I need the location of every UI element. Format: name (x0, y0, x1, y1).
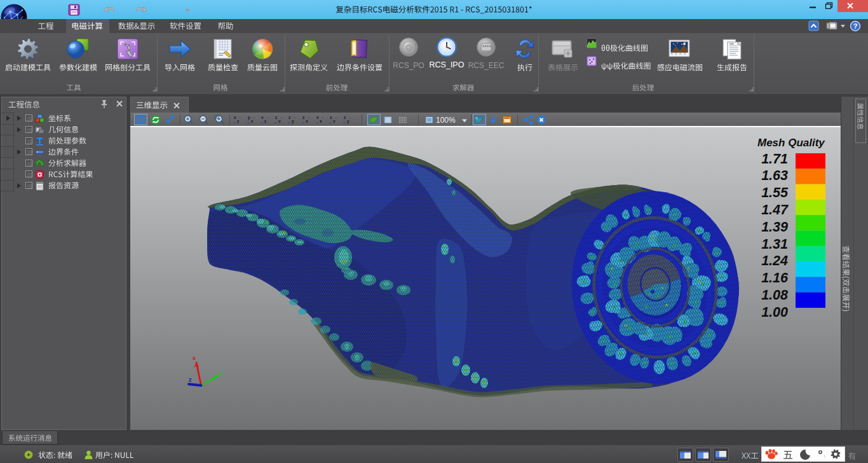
svg-text:x: x (234, 115, 236, 120)
svg-text:z: z (275, 115, 278, 120)
svg-text:x: x (320, 119, 322, 123)
svg-text:v: v (261, 115, 264, 120)
svg-text:1.08: 1.08 (761, 287, 788, 303)
svg-text:z: z (237, 119, 240, 123)
svg-text:1.31: 1.31 (761, 237, 788, 252)
svg-text:Mesh Quality: Mesh Quality (757, 137, 825, 149)
svg-text:v: v (316, 115, 319, 120)
svg-text:z: z (302, 115, 305, 120)
svg-text:z: z (344, 115, 346, 120)
svg-text:v: v (333, 119, 336, 123)
svg-text:1.00: 1.00 (761, 305, 788, 320)
svg-text:z: z (330, 115, 332, 120)
svg-text:z: z (189, 377, 192, 383)
svg-text:1.39: 1.39 (761, 219, 788, 235)
svg-text:1.55: 1.55 (761, 185, 789, 200)
svg-text:x: x (193, 355, 196, 361)
svg-text:y: y (347, 119, 349, 124)
svg-text:1.71: 1.71 (761, 151, 788, 167)
svg-text:x: x (251, 119, 254, 123)
svg-text:y: y (292, 119, 294, 124)
svg-text:z: z (288, 115, 291, 120)
svg-text:1.63: 1.63 (761, 168, 788, 183)
svg-text:x: x (306, 119, 308, 123)
svg-text:1.16: 1.16 (761, 270, 789, 286)
svg-text:y: y (219, 370, 222, 376)
svg-text:y: y (248, 115, 250, 120)
svg-text:z: z (264, 119, 267, 123)
svg-text:1.24: 1.24 (761, 253, 788, 268)
svg-text:?: ? (853, 22, 858, 30)
svg-text:v: v (278, 119, 281, 123)
svg-text:1.47: 1.47 (761, 202, 789, 218)
